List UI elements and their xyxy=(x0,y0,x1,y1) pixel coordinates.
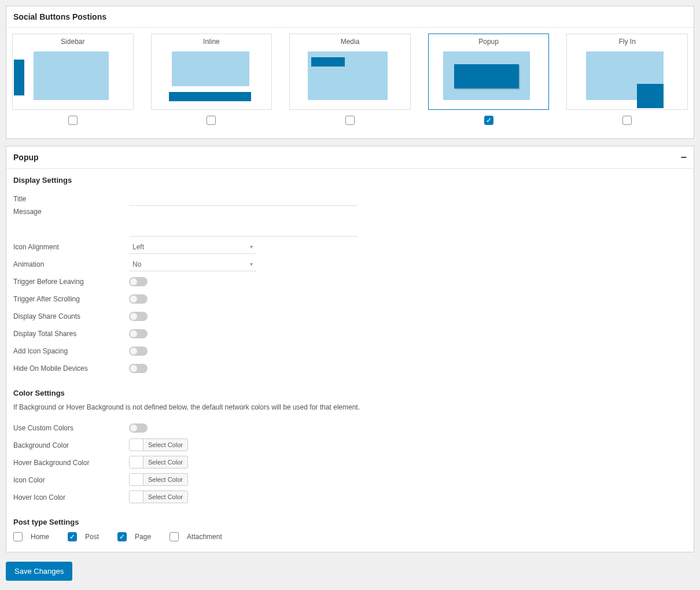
posttype-label-post: Post xyxy=(85,533,99,541)
message-input[interactable] xyxy=(129,208,358,237)
select-color-label: Select Color xyxy=(143,440,187,450)
icon-alignment-select[interactable]: Left ▾ xyxy=(129,241,256,254)
background-color-button[interactable]: Select Color xyxy=(129,438,188,451)
display-total-shares-toggle[interactable] xyxy=(129,329,148,338)
position-option-inline: Inline xyxy=(151,34,272,127)
field-row-icon-color: Icon Color Select Color xyxy=(13,471,687,489)
animation-value: No xyxy=(132,260,141,268)
field-row-add-icon-spacing: Add Icon Spacing xyxy=(13,342,687,360)
posttype-label-page: Page xyxy=(135,533,151,541)
field-row-hide-on-mobile: Hide On Mobile Devices xyxy=(13,360,687,377)
position-checkbox-popup[interactable]: ✓ xyxy=(484,116,493,125)
background-color-label: Background Color xyxy=(13,441,129,449)
trigger-after-scrolling-toggle[interactable] xyxy=(129,294,148,304)
post-type-settings-section: Post type Settings Home ✓ Post ✓ Page At… xyxy=(13,518,687,541)
popup-panel-body: Display Settings Title Message Icon Alig… xyxy=(6,169,694,552)
color-swatch-icon xyxy=(130,474,143,485)
title-input[interactable] xyxy=(129,192,358,206)
field-row-hover-icon-color: Hover Icon Color Select Color xyxy=(13,489,687,506)
icon-alignment-value: Left xyxy=(132,243,144,251)
position-checkbox-media[interactable] xyxy=(345,116,355,125)
trigger-after-scrolling-label: Trigger After Scrolling xyxy=(13,295,129,303)
field-row-use-custom-colors: Use Custom Colors xyxy=(13,419,687,437)
position-checkbox-sidebar[interactable] xyxy=(68,116,78,125)
select-color-label: Select Color xyxy=(143,457,187,467)
animation-select[interactable]: No ▾ xyxy=(129,258,256,271)
positions-panel-header: Social Buttons Postions xyxy=(6,6,694,28)
field-row-trigger-before-leaving: Trigger Before Leaving xyxy=(13,273,687,290)
posttype-item-home: Home xyxy=(13,532,49,541)
position-card-media[interactable]: Media xyxy=(289,34,411,110)
color-swatch-icon xyxy=(130,456,143,468)
save-button[interactable]: Save Changes xyxy=(6,562,72,581)
posttype-checkbox-page[interactable]: ✓ xyxy=(117,532,127,541)
select-color-label: Select Color xyxy=(143,474,187,485)
position-label: Media xyxy=(290,38,410,46)
hover-background-color-button[interactable]: Select Color xyxy=(129,456,188,469)
display-share-counts-label: Display Share Counts xyxy=(13,312,129,320)
position-label: Fly In xyxy=(567,38,687,46)
field-row-icon-alignment: Icon Alignment Left ▾ xyxy=(13,238,687,256)
posttype-label-attachment: Attachment xyxy=(187,533,222,541)
position-checkbox-flyin[interactable] xyxy=(622,116,632,125)
position-checkbox-inline[interactable] xyxy=(207,116,216,125)
field-row-message: Message xyxy=(13,208,687,238)
color-settings-subtext: If Background or Hover Background is not… xyxy=(13,403,687,411)
trigger-before-leaving-toggle[interactable] xyxy=(129,277,148,286)
hover-icon-color-label: Hover Icon Color xyxy=(13,493,129,502)
icon-alignment-label: Icon Alignment xyxy=(13,243,129,251)
positions-panel: Social Buttons Postions Sidebar Inline xyxy=(6,6,694,139)
trigger-before-leaving-label: Trigger Before Leaving xyxy=(13,278,129,286)
positions-grid: Sidebar Inline xyxy=(6,28,694,138)
position-option-flyin: Fly In xyxy=(566,34,688,127)
display-share-counts-toggle[interactable] xyxy=(129,312,148,321)
posttype-label-home: Home xyxy=(31,533,49,541)
field-row-animation: Animation No ▾ xyxy=(13,256,687,273)
position-card-sidebar[interactable]: Sidebar xyxy=(12,34,134,110)
hover-background-color-label: Hover Background Color xyxy=(13,459,129,467)
position-card-inline[interactable]: Inline xyxy=(151,34,272,110)
post-type-row: Home ✓ Post ✓ Page Attachment xyxy=(13,532,687,541)
animation-label: Animation xyxy=(13,260,129,268)
posttype-checkbox-attachment[interactable] xyxy=(170,532,179,541)
post-type-settings-heading: Post type Settings xyxy=(13,518,687,526)
position-card-flyin[interactable]: Fly In xyxy=(566,34,688,110)
add-icon-spacing-label: Add Icon Spacing xyxy=(13,347,129,355)
posttype-checkbox-post[interactable]: ✓ xyxy=(68,532,77,541)
position-option-media: Media xyxy=(289,34,411,127)
title-label: Title xyxy=(13,195,129,203)
add-icon-spacing-toggle[interactable] xyxy=(129,346,148,356)
field-row-background-color: Background Color Select Color xyxy=(13,437,687,454)
color-swatch-icon xyxy=(130,491,143,503)
select-color-label: Select Color xyxy=(143,492,187,502)
position-option-sidebar: Sidebar xyxy=(12,34,134,127)
posttype-checkbox-home[interactable] xyxy=(13,532,23,541)
icon-color-button[interactable]: Select Color xyxy=(129,473,188,486)
position-label: Inline xyxy=(152,38,272,46)
display-settings-heading: Display Settings xyxy=(13,176,687,185)
hide-on-mobile-label: Hide On Mobile Devices xyxy=(13,364,129,373)
color-settings-heading: Color Settings xyxy=(13,389,687,397)
hover-icon-color-button[interactable]: Select Color xyxy=(129,491,188,503)
field-row-display-share-counts: Display Share Counts xyxy=(13,308,687,325)
position-option-popup: Popup ✓ xyxy=(428,34,550,127)
use-custom-colors-label: Use Custom Colors xyxy=(13,424,129,432)
position-card-popup[interactable]: Popup xyxy=(428,34,550,110)
position-label: Popup xyxy=(429,38,549,46)
posttype-item-page: ✓ Page xyxy=(117,532,151,541)
collapse-icon[interactable]: − xyxy=(680,152,687,163)
popup-title: Popup xyxy=(13,153,39,162)
field-row-title: Title xyxy=(13,190,687,208)
popup-panel: Popup − Display Settings Title Message I… xyxy=(6,146,694,552)
display-settings-section: Display Settings Title Message Icon Alig… xyxy=(13,176,687,377)
hide-on-mobile-toggle[interactable] xyxy=(129,364,148,373)
popup-panel-header: Popup − xyxy=(6,146,694,169)
field-row-hover-background-color: Hover Background Color Select Color xyxy=(13,454,687,471)
field-row-display-total-shares: Display Total Shares xyxy=(13,325,687,342)
chevron-down-icon: ▾ xyxy=(250,244,253,250)
positions-title: Social Buttons Postions xyxy=(13,12,106,21)
icon-color-label: Icon Color xyxy=(13,476,129,484)
display-total-shares-label: Display Total Shares xyxy=(13,330,129,338)
color-settings-section: Color Settings If Background or Hover Ba… xyxy=(13,389,687,506)
use-custom-colors-toggle[interactable] xyxy=(129,423,148,433)
